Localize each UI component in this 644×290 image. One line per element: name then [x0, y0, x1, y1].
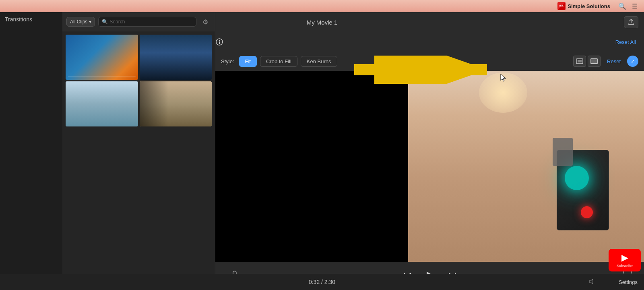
video-preview — [215, 52, 644, 262]
style-label: Style: — [221, 58, 234, 64]
list-icon[interactable]: ☰ — [632, 2, 638, 10]
brand-icon: SS — [557, 2, 566, 10]
top-bar: SS Simple Solutions 🔍 ☰ — [0, 0, 644, 12]
search-field[interactable]: 🔍 Search — [98, 17, 196, 27]
zoom-fill-button[interactable] — [588, 56, 601, 67]
media-panel: All Clips ▾ 🔍 Search ⚙ — [62, 12, 215, 290]
crop-to-fill-style-button[interactable]: Crop to Fill — [260, 56, 297, 67]
black-bars — [215, 52, 408, 262]
current-time: 0:32 — [309, 279, 320, 285]
confirm-button[interactable]: ✓ — [627, 56, 638, 67]
svg-marker-44 — [590, 279, 593, 284]
time-separator: / — [321, 279, 324, 285]
clip-grid — [62, 31, 215, 130]
reset-all-button[interactable]: Reset All — [612, 37, 639, 47]
settings-gear-icon[interactable]: ⚙ — [200, 16, 211, 27]
zoom-controls — [573, 56, 601, 67]
volume-slider-icon[interactable] — [589, 278, 596, 286]
search-icon[interactable]: 🔍 — [618, 2, 626, 10]
reset-button[interactable]: Reset — [604, 57, 624, 66]
youtube-subscribe-button[interactable]: ▶ Subscribe — [609, 249, 641, 271]
window-title: My Movie 1 — [307, 19, 338, 26]
clip-thumb-kayak[interactable] — [66, 35, 138, 80]
brand-name-text: Simple Solutions — [568, 3, 610, 9]
left-panel: Transitions — [0, 12, 62, 290]
top-bar-icons: 🔍 ☰ — [618, 2, 638, 10]
time-display: 0:32 / 2:30 — [309, 279, 335, 285]
clip-thumb-beach[interactable] — [140, 81, 212, 126]
all-clips-button[interactable]: All Clips ▾ — [66, 17, 95, 27]
zoom-fit-button[interactable] — [573, 56, 586, 67]
svg-point-29 — [219, 40, 220, 41]
svg-rect-31 — [578, 60, 582, 62]
video-content — [408, 52, 644, 262]
preview-area — [215, 52, 644, 262]
bottom-bar: 0:32 / 2:30 Settings — [0, 274, 644, 290]
fit-style-button[interactable]: Fit — [239, 56, 257, 67]
search-icon: 🔍 — [102, 19, 108, 25]
total-time: 2:30 — [324, 279, 335, 285]
clip-thumb-water[interactable] — [66, 81, 138, 126]
robot-figure — [545, 118, 625, 230]
youtube-subscribe-label: Subscribe — [617, 264, 633, 268]
style-bar: Style: Fit Crop to Fill Ken Burns Reset … — [215, 52, 644, 71]
svg-rect-33 — [590, 58, 598, 64]
settings-button[interactable]: Settings — [619, 279, 638, 285]
chevron-down-icon: ▾ — [89, 19, 91, 25]
transitions-header: Transitions — [0, 12, 62, 25]
clip-thumb-wave[interactable] — [140, 35, 212, 80]
ken-burns-style-button[interactable]: Ken Burns — [301, 56, 337, 67]
share-button[interactable] — [624, 16, 638, 28]
brand-label: SS Simple Solutions — [557, 2, 610, 10]
media-panel-toolbar: All Clips ▾ 🔍 Search ⚙ — [62, 12, 215, 31]
youtube-play-icon: ▶ — [621, 253, 628, 263]
